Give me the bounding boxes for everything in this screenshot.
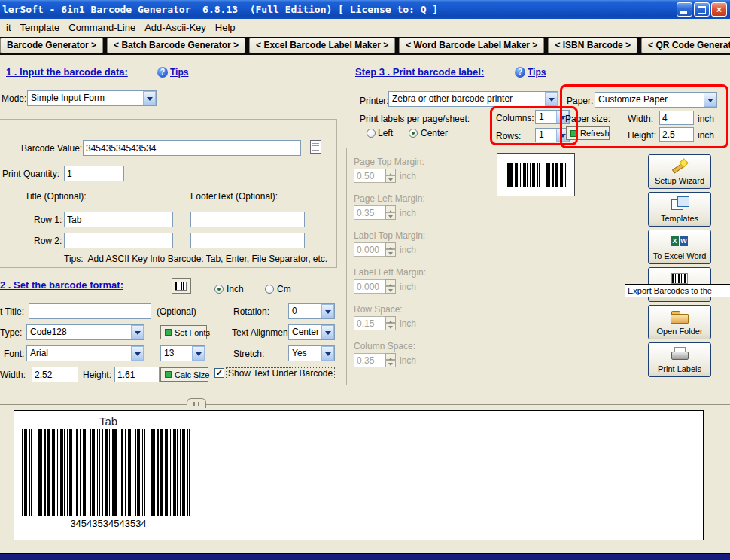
spinner-up-icon[interactable] [385,279,396,286]
edit-note-icon[interactable] [310,140,321,154]
height-input[interactable] [114,367,160,382]
font-size-value: 13 [164,348,174,358]
templates-button[interactable]: Templates [648,192,711,227]
margin-input[interactable] [354,279,385,294]
barcode-text: 34543534543534 [22,518,195,529]
barcode-type-dropdown[interactable]: Code128 [26,324,144,340]
margin-unit: inch [400,318,416,329]
spinner-down-icon[interactable] [385,286,396,294]
open-folder-button[interactable]: Open Folder [648,305,711,339]
menu-item-help[interactable]: Help [211,19,240,37]
default-title-input[interactable] [29,303,151,319]
margin-spinner[interactable] [385,279,396,294]
margin-input[interactable] [354,353,385,367]
menu-item-command-line[interactable]: Command-Line [64,19,140,37]
spinner-down-icon[interactable] [385,212,396,220]
menu-item-edit[interactable]: it [2,19,16,37]
spinner-up-icon[interactable] [385,242,396,249]
minimize-icon [680,11,687,14]
spinner-up-icon[interactable] [385,316,396,323]
font-dropdown[interactable]: Arial [26,345,144,361]
show-text-label[interactable]: Show Text Under Barcode [227,368,334,379]
margin-spinner[interactable] [385,169,396,183]
spinner-up-icon[interactable] [385,169,396,175]
preview-title: Tab [22,415,195,428]
font-size-dropdown[interactable]: 13 [160,345,205,361]
show-text-checkbox[interactable]: ✓ [214,368,224,378]
dropdown-arrow-icon[interactable] [321,346,334,361]
dropdown-arrow-icon[interactable] [131,325,144,339]
row2-footer-input[interactable] [190,233,305,248]
spinner-down-icon[interactable] [385,175,396,183]
spinner-down-icon[interactable] [385,249,396,257]
tab-word-barcode-label-maker[interactable]: < Word Barcode Label Maker > [399,38,544,53]
row1-footer-input[interactable] [190,212,305,227]
dropdown-arrow-icon[interactable] [321,304,334,318]
dropdown-arrow-icon[interactable] [192,346,205,361]
setup-wizard-button[interactable]: Setup Wizard [648,154,711,189]
maximize-button[interactable] [694,2,710,17]
green-square-icon [165,329,172,336]
unit-cm-label: Cm [277,284,291,294]
splitter-handle[interactable] [187,398,206,408]
printer-dropdown[interactable]: Zebra or other barcode printer [388,91,558,107]
margin-input[interactable] [354,169,385,183]
menu-item-add-ascii-key[interactable]: Add-Ascii-Key [140,19,211,37]
dropdown-arrow-icon[interactable] [545,92,558,106]
tab-barcode-generator[interactable]: Barcode Generator > [0,38,103,53]
dropdown-arrow-icon[interactable] [131,346,144,361]
step1-tips-link[interactable]: Tips [170,67,188,78]
align-center-radio[interactable] [409,129,418,138]
spinner-down-icon[interactable] [385,323,396,330]
margin-unit: inch [400,282,416,292]
margin-label: Page Left Margin: [354,193,425,204]
spinner-up-icon[interactable] [385,205,396,212]
unit-inch-label: Inch [227,284,244,294]
width-input[interactable] [32,367,78,382]
margin-unit: inch [400,171,416,181]
tab-qr-code-generator[interactable]: < QR Code Generator > [641,38,730,53]
margin-input[interactable] [354,316,385,330]
unit-cm-radio[interactable] [265,285,274,294]
margin-spinner[interactable] [385,353,396,367]
row2-title-input[interactable] [64,233,173,248]
minimize-button[interactable] [677,2,692,17]
margin-input[interactable] [354,242,385,257]
spinner-down-icon[interactable] [385,360,396,367]
row1-label: Row 1: [34,215,62,225]
barcode-format-button[interactable] [172,278,191,294]
text-alignment-dropdown[interactable]: Center [288,324,335,340]
margin-spinner[interactable] [385,242,396,257]
mode-dropdown[interactable]: Simple Input Form [27,90,157,106]
barcode-value-input[interactable] [83,140,301,156]
row1-title-input[interactable] [64,212,173,227]
font-label: Font: [4,348,24,359]
mode-value: Simple Input Form [31,93,105,103]
margin-spinner[interactable] [385,316,396,330]
set-fonts-button[interactable]: Set Fonts [160,325,207,339]
close-button[interactable]: × [711,2,727,17]
unit-inch-radio[interactable] [214,285,224,294]
dropdown-arrow-icon[interactable] [143,91,156,105]
rotation-dropdown[interactable]: 0 [288,303,335,319]
align-left-radio[interactable] [367,129,376,138]
dropdown-arrow-icon[interactable] [321,325,334,339]
stretch-dropdown[interactable]: Yes [288,345,335,361]
tab-batch-barcode-generator[interactable]: < Batch Barcode Generator > [107,38,245,53]
tab-excel-barcode-label-maker[interactable]: < Excel Barcode Label Maker > [249,38,395,53]
margin-spinner[interactable] [385,205,396,220]
print-quantity-input[interactable] [64,166,124,181]
print-labels-button[interactable]: Print Labels [648,342,711,377]
calc-size-button[interactable]: Calc Size [160,367,208,382]
mode-label: Mode: [2,93,26,104]
to-excel-word-button[interactable]: To Excel Word [648,230,711,264]
barcode-preview-image [507,163,566,187]
spinner-up-icon[interactable] [385,353,396,360]
menu-item-template[interactable]: Template [16,19,65,37]
menu-bar: it Template Command-Line Add-Ascii-Key H… [0,19,730,37]
bottom-edge [0,553,730,560]
margin-input[interactable] [354,205,385,220]
step3-tips-link[interactable]: Tips [528,67,546,78]
ascii-tip-link[interactable]: Tips: Add ASCII Key Into Barcode: Tab, E… [64,254,327,264]
tab-isbn-barcode[interactable]: < ISBN Barcode > [548,38,637,53]
